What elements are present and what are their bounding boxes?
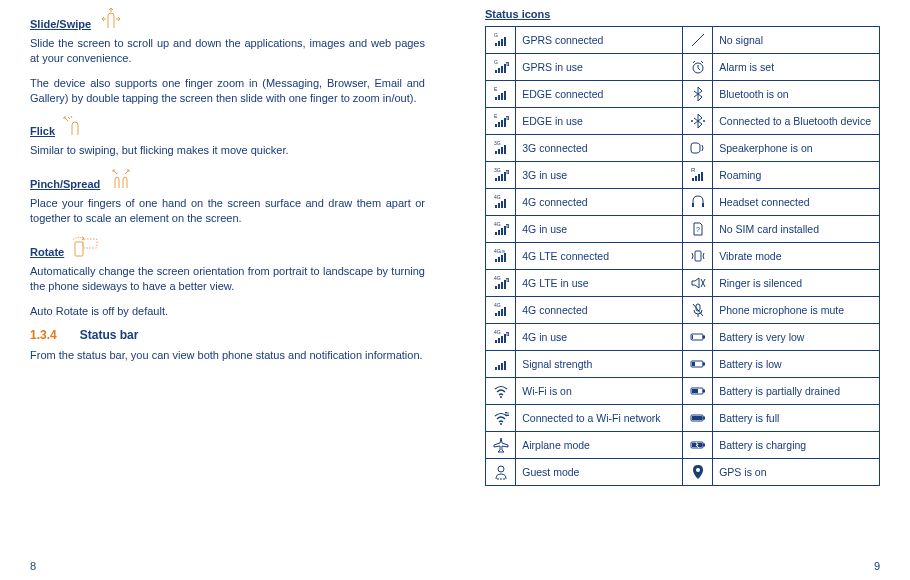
svg-rect-1 [83,239,97,248]
svg-rect-49 [501,228,503,235]
table-row: Guest modeGPS is on [486,459,880,486]
status-label: Guest mode [516,459,683,486]
svg-point-24 [703,120,705,122]
gprs-conn-icon: G [486,27,516,54]
bat-vlow-icon [682,324,712,351]
slide-p2: The device also supports one finger zoom… [30,76,425,106]
svg-rect-65 [495,313,497,316]
flick-title: Flick [30,125,55,137]
svg-rect-56 [504,253,506,262]
svg-point-23 [691,120,693,122]
svg-rect-20 [501,120,503,127]
svg-point-97 [498,466,504,472]
svg-rect-66 [498,311,500,316]
page-number-right: 9 [874,560,880,572]
bat-charge-icon [682,432,712,459]
vibrate-icon [682,243,712,270]
bluetooth-icon [682,81,712,108]
table-row: 4GLTE4G LTE connectedVibrate mode [486,243,880,270]
svg-rect-0 [75,242,83,256]
section-title: Status bar [80,328,139,342]
svg-rect-92 [703,417,705,419]
svg-rect-16 [504,91,506,100]
svg-rect-30 [495,178,497,181]
table-row: 3G3G connectedSpeakerphone is on [486,135,880,162]
svg-rect-78 [692,335,693,339]
svg-rect-4 [501,39,503,46]
svg-text:3G: 3G [494,167,501,173]
status-label: Speakerphone is on [713,135,880,162]
status-label: Alarm is set [713,54,880,81]
svg-rect-84 [703,363,705,365]
svg-rect-8 [498,68,500,73]
svg-rect-48 [498,230,500,235]
svg-rect-33 [504,172,506,181]
status-label: Battery is partially drained [713,378,880,405]
svg-rect-74 [504,334,506,343]
flick-p1: Similar to swiping, but flicking makes i… [30,143,425,158]
svg-rect-88 [703,390,705,392]
table-row: Airplane modeBattery is charging [486,432,880,459]
svg-rect-32 [501,174,503,181]
3g-conn-icon: 3G [486,135,516,162]
pinch-p1: Place your fingers of one hand on the sc… [30,196,425,226]
status-label: Phone microphone is mute [713,297,880,324]
status-label: EDGE connected [516,81,683,108]
svg-point-98 [696,468,700,472]
section-num: 1.3.4 [30,328,57,342]
svg-rect-28 [504,145,506,154]
svg-rect-9 [501,66,503,73]
airplane-icon [486,432,516,459]
table-row: 4G4G connectedPhone microphone is mute [486,297,880,324]
mic-mute-icon [682,297,712,324]
4g-use2-icon: 4G [486,324,516,351]
bat-part-icon [682,378,712,405]
svg-rect-35 [692,178,694,181]
svg-rect-19 [498,122,500,127]
svg-rect-81 [501,363,503,370]
svg-rect-71 [495,340,497,343]
speaker-icon [682,135,712,162]
svg-rect-46 [702,203,704,207]
table-row: 3G3G in useRRoaming [486,162,880,189]
wifi-conn-icon [486,405,516,432]
status-label: Wi-Fi is on [516,378,683,405]
table-row: 4G4G connectedHeadset connected [486,189,880,216]
svg-text:4G: 4G [494,275,501,281]
status-label: 3G connected [516,135,683,162]
svg-rect-25 [495,151,497,154]
left-column: Slide/Swipe Slide the screen to scroll u… [30,8,425,486]
gesture-slide: Slide/Swipe [30,8,425,30]
slide-p1: Slide the screen to scroll up and down t… [30,36,425,66]
headset-icon [682,189,712,216]
pinch-icon [107,168,135,190]
svg-rect-95 [703,444,705,446]
4g-conn-icon: 4G [486,189,516,216]
guest-icon [486,459,516,486]
signal-icon [486,351,516,378]
svg-rect-2 [495,43,497,46]
status-label: Signal strength [516,351,683,378]
svg-rect-68 [504,307,506,316]
svg-rect-18 [495,124,497,127]
svg-rect-63 [504,280,506,289]
status-label: Battery is low [713,351,880,378]
svg-text:G: G [494,59,498,65]
svg-rect-42 [501,201,503,208]
roaming-icon: R [682,162,712,189]
status-label: No signal [713,27,880,54]
gesture-rotate: Rotate [30,236,425,258]
status-label: No SIM card installed [713,216,880,243]
rotate-title: Rotate [30,246,64,258]
svg-text:4G: 4G [494,221,501,227]
svg-rect-79 [495,367,497,370]
4glte-conn-icon: 4GLTE [486,243,516,270]
status-label: Battery is very low [713,324,880,351]
svg-text:4G: 4G [494,302,501,308]
4g-conn2-icon: 4G [486,297,516,324]
svg-rect-14 [498,95,500,100]
silent-icon [682,270,712,297]
flick-icon [62,115,90,137]
status-heading: Status icons [485,8,880,20]
gesture-flick: Flick [30,115,425,137]
